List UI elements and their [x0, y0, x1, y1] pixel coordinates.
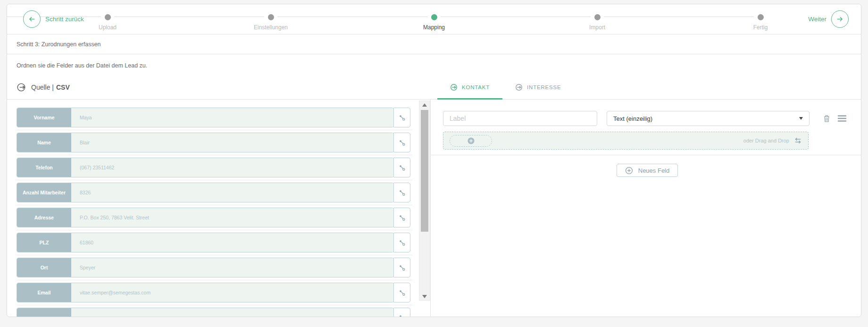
source-field-chip[interactable]: Adresse — [17, 208, 71, 227]
step-dot-icon — [758, 14, 764, 20]
arrow-left-icon — [23, 10, 41, 28]
source-field-value: 61860 — [71, 233, 393, 252]
new-field-button[interactable]: Neues Feld — [617, 164, 678, 177]
source-row: Adresse P.O. Box 250, 7863 Velit. Street — [17, 205, 413, 230]
swap-arrows-icon — [794, 137, 802, 144]
triangle-down-icon — [422, 295, 427, 298]
next-button[interactable]: Weiter — [808, 10, 849, 28]
source-title-format: CSV — [56, 84, 70, 91]
circle-arrow-icon — [450, 84, 458, 91]
source-field-chip[interactable]: Email — [17, 283, 71, 302]
source-field-chip[interactable]: Ort — [17, 258, 71, 277]
scrollbar-thumb[interactable] — [421, 110, 428, 232]
link-button[interactable] — [393, 308, 410, 317]
new-field-button-label: Neues Feld — [638, 167, 669, 174]
step-dot-icon — [268, 14, 274, 20]
source-field-chip[interactable]: Vorname — [17, 108, 71, 127]
source-field-chip[interactable]: Telefon — [17, 158, 71, 177]
link-button[interactable] — [393, 158, 410, 177]
source-field-value: vitae.semper@semegestas.com — [71, 283, 393, 302]
import-wizard-card: Upload Einstellungen Mapping Import — [7, 4, 861, 317]
source-row-box: Adresse P.O. Box 250, 7863 Velit. Street — [17, 208, 394, 227]
source-field-value: 8326 — [71, 183, 393, 202]
source-row-box: Vorname Maya — [17, 108, 394, 127]
back-button-label: Schritt zurück — [45, 16, 84, 23]
back-button[interactable]: Schritt zurück — [23, 10, 84, 28]
trash-icon — [822, 114, 831, 123]
stepper-step: Import — [516, 4, 679, 34]
link-icon — [399, 289, 406, 296]
source-rows-list: Vorname Maya Name Blair — [7, 100, 418, 317]
step-label: Einstellungen — [189, 24, 352, 31]
source-row: Ort Speyer — [17, 255, 413, 280]
plus-circle-icon — [625, 167, 633, 175]
drop-target-pill[interactable] — [450, 135, 492, 147]
stepper-step: Mapping — [352, 4, 516, 34]
tab[interactable]: KONTAKT — [437, 75, 502, 99]
source-field-value: Blair — [71, 133, 393, 152]
scroll-down-button[interactable] — [419, 293, 430, 300]
field-type-value: Text (einzeilig) — [613, 115, 652, 122]
circle-arrow-icon — [515, 84, 523, 91]
link-icon — [399, 164, 406, 171]
source-row: Telefon (067) 23511462 — [17, 155, 413, 180]
triangle-up-icon — [422, 103, 427, 107]
tab-label: INTERESSE — [527, 84, 561, 90]
field-label-input[interactable] — [443, 111, 597, 126]
source-field-chip[interactable]: PLZ — [17, 233, 71, 252]
instruction-text: Ordnen sie die Felder aus der Datei dem … — [7, 54, 861, 75]
source-panel-header: Quelle |CSV — [7, 75, 437, 99]
link-icon — [399, 239, 406, 246]
source-title: Quelle |CSV — [31, 84, 70, 91]
source-title-prefix: Quelle | — [31, 84, 54, 91]
source-row — [17, 305, 413, 317]
link-icon — [399, 114, 406, 121]
dropzone-hint: oder Drag and Drop — [743, 138, 789, 143]
link-button[interactable] — [393, 233, 410, 252]
source-field-value — [71, 308, 393, 317]
field-type-select[interactable]: Text (einzeilig) — [607, 111, 810, 126]
link-button[interactable] — [393, 208, 410, 227]
link-button[interactable] — [393, 133, 410, 152]
source-row-box: Ort Speyer — [17, 258, 394, 277]
link-button[interactable] — [393, 108, 410, 127]
stepper: Upload Einstellungen Mapping Import — [26, 4, 842, 34]
source-field-chip[interactable] — [17, 308, 71, 317]
tab-bar: KONTAKT INTERESSE — [437, 75, 574, 99]
chevron-down-icon — [799, 117, 803, 120]
delete-field-button[interactable] — [822, 114, 831, 123]
source-field-value: P.O. Box 250, 7863 Velit. Street — [71, 208, 393, 227]
scrollbar[interactable] — [419, 101, 430, 301]
plus-icon — [467, 137, 475, 144]
step-label: Import — [516, 24, 679, 31]
field-config-row: Text (einzeilig) — [443, 111, 851, 126]
link-icon — [399, 314, 406, 318]
tab-label: KONTAKT — [462, 84, 490, 90]
source-field-chip[interactable]: Name — [17, 133, 71, 152]
source-row: PLZ 61860 — [17, 230, 413, 255]
source-field-chip[interactable]: Anzahl Mitarbeiter — [17, 183, 71, 202]
source-row-box: Name Blair — [17, 133, 394, 152]
link-button[interactable] — [393, 258, 410, 277]
link-button[interactable] — [393, 183, 410, 202]
source-row: Name Blair — [17, 130, 413, 155]
divider — [431, 155, 861, 155]
step-label: Mapping — [352, 24, 516, 31]
field-menu-button[interactable] — [837, 114, 847, 123]
link-icon — [399, 264, 406, 271]
step-title: Schritt 3: Zurodnungen erfassen — [7, 34, 861, 54]
scroll-up-button[interactable] — [419, 101, 430, 109]
link-button[interactable] — [393, 283, 410, 302]
source-row: Anzahl Mitarbeiter 8326 — [17, 180, 413, 205]
tab[interactable]: INTERESSE — [502, 75, 574, 99]
hamburger-icon — [837, 114, 847, 123]
source-field-value: Speyer — [71, 258, 393, 277]
next-button-label: Weiter — [808, 16, 826, 23]
link-icon — [399, 139, 406, 146]
step-dot-icon — [594, 14, 601, 20]
link-icon — [399, 189, 406, 196]
content-area: Vorname Maya Name Blair — [7, 100, 861, 317]
source-row: Email vitae.semper@semegestas.com — [17, 280, 413, 305]
step-dot-icon — [431, 14, 437, 20]
dropzone[interactable]: oder Drag and Drop — [443, 132, 809, 150]
